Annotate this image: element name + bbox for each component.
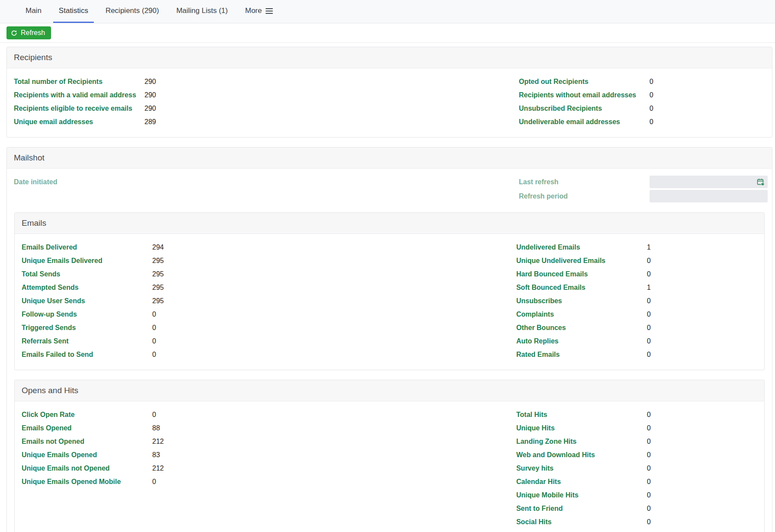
field-label: Undelivered Emails: [516, 244, 647, 251]
stat-row: Soft Bounced Emails 1: [516, 281, 760, 294]
field-value: 212: [152, 438, 164, 445]
field-label: Referrals Sent: [22, 337, 152, 345]
field-label: Unique User Sends: [22, 297, 152, 305]
refresh-button[interactable]: Refresh: [6, 26, 51, 39]
hamburger-menu-icon: [266, 8, 273, 14]
stat-row: Emails Failed to Send 0: [22, 348, 516, 361]
field-label: Recipients with a valid email address: [14, 91, 144, 99]
refresh-icon: [11, 30, 17, 36]
stat-row: Total number of Recipients 290: [14, 75, 519, 88]
field-label: Unique Emails Opened Mobile: [22, 478, 152, 486]
field-value: 295: [152, 284, 164, 292]
tab-bar: Main Statistics Recipients (290) Mailing…: [0, 0, 775, 23]
stat-row: Sent to Friend 0: [516, 502, 760, 515]
stat-row: Undelivered Emails 1: [516, 240, 760, 254]
field-label: Unique Mobile Hits: [516, 491, 647, 499]
stat-row: Opted out Recipients 0: [519, 75, 768, 88]
field-label: Landing Zone Hits: [516, 438, 647, 445]
mailshot-panel-title: Mailshot: [14, 153, 45, 162]
field-value: 0: [647, 257, 651, 265]
last-refresh-input[interactable]: [650, 176, 768, 188]
stat-row: Complaints 0: [516, 308, 760, 321]
field-value: 88: [152, 424, 160, 432]
tab-mailing-lists[interactable]: Mailing Lists (1): [171, 0, 234, 23]
field-value: 0: [650, 91, 653, 99]
refresh-period-label: Refresh period: [519, 192, 650, 200]
field-label: Recipients eligible to receive emails: [14, 105, 144, 112]
field-value: 0: [647, 518, 651, 526]
tab-more[interactable]: More: [240, 0, 279, 23]
opens-and-hits-panel-title: Opens and Hits: [22, 386, 78, 395]
field-value: 0: [647, 451, 651, 459]
date-initiated-label: Date initiated: [14, 178, 144, 186]
stat-row: Total Hits 0: [516, 408, 760, 421]
stat-row: Landing Zone Hits 0: [516, 435, 760, 448]
field-label: Unique Emails not Opened: [22, 465, 152, 472]
field-value: 0: [647, 297, 651, 305]
opens-and-hits-panel-body: Click Open Rate 0 Emails Opened 88 Email…: [15, 401, 764, 532]
stat-row: Follow-up Sends 0: [22, 308, 516, 321]
stat-row: Survey hits 0: [516, 461, 760, 475]
opens-and-hits-panel-header: Opens and Hits: [15, 380, 764, 401]
field-label: Triggered Sends: [22, 324, 152, 332]
emails-panel-body: Emails Delivered 294 Unique Emails Deliv…: [15, 234, 764, 370]
field-label: Attempted Sends: [22, 284, 152, 292]
field-value: 0: [650, 105, 653, 112]
last-refresh-row: Last refresh: [519, 175, 768, 189]
stat-row: Web and Download Hits 0: [516, 448, 760, 461]
field-label: Rated Emails: [516, 351, 647, 359]
field-value: 0: [152, 311, 156, 318]
emails-panel: Emails Emails Delivered 294 Unique Email…: [14, 212, 765, 370]
tab-statistics[interactable]: Statistics: [53, 0, 94, 23]
field-label: Total Hits: [516, 411, 647, 419]
field-label: Emails Opened: [22, 424, 152, 432]
stat-row: Unique Undelivered Emails 0: [516, 254, 760, 267]
refresh-period-input-wrap: [650, 190, 768, 202]
tab-recipients[interactable]: Recipients (290): [100, 0, 165, 23]
last-refresh-input-wrap: [650, 176, 768, 188]
mailshot-panel-header: Mailshot: [7, 147, 772, 169]
tab-more-label: More: [245, 6, 262, 15]
recipients-right-column: Opted out Recipients 0 Recipients withou…: [519, 75, 768, 128]
stat-row: Calendar Hits 0: [516, 475, 760, 488]
refresh-period-input[interactable]: [650, 190, 768, 202]
stat-row: Unique Emails Delivered 295: [22, 254, 516, 267]
recipients-left-column: Total number of Recipients 290 Recipient…: [14, 75, 519, 128]
field-value: 0: [647, 337, 651, 345]
field-label: Total number of Recipients: [14, 78, 144, 86]
stat-row: Recipients eligible to receive emails 29…: [14, 102, 519, 115]
stat-row: Rated Emails 0: [516, 348, 760, 361]
field-value: 0: [647, 324, 651, 332]
field-value: 0: [650, 118, 653, 126]
refresh-button-label: Refresh: [21, 29, 45, 37]
field-value: 294: [152, 244, 164, 251]
field-label: Calendar Hits: [516, 478, 647, 486]
stat-row: Auto Replies 0: [516, 334, 760, 348]
emails-right-column: Undelivered Emails 1 Unique Undelivered …: [516, 240, 760, 361]
stat-row: Referrals Sent 0: [22, 334, 516, 348]
field-value: 295: [152, 297, 164, 305]
stat-row: Emails Delivered 294: [22, 240, 516, 254]
field-value: 0: [647, 351, 651, 359]
field-value: 0: [647, 478, 651, 486]
stat-row: Unique Emails Opened 83: [22, 448, 516, 461]
field-label: Hard Bounced Emails: [516, 270, 647, 278]
field-label: Unique Hits: [516, 424, 647, 432]
field-value: 289: [144, 118, 156, 126]
field-value: 1: [647, 244, 651, 251]
calendar-clock-icon[interactable]: [757, 178, 765, 186]
emails-left-column: Emails Delivered 294 Unique Emails Deliv…: [22, 240, 516, 361]
field-label: Emails Failed to Send: [22, 351, 152, 359]
field-value: 0: [152, 478, 156, 486]
field-value: 290: [144, 91, 156, 99]
field-value: 295: [152, 257, 164, 265]
field-label: Unsubscribes: [516, 297, 647, 305]
field-label: Opted out Recipients: [519, 78, 650, 86]
toolbar: Refresh: [0, 23, 775, 43]
field-value: 0: [647, 424, 651, 432]
field-value: 0: [647, 491, 651, 499]
tab-main[interactable]: Main: [20, 0, 47, 23]
recipients-panel: Recipients Total number of Recipients 29…: [6, 47, 772, 138]
mailshot-panel: Mailshot Date initiated Last refresh: [6, 147, 772, 532]
stat-row: Recipients with a valid email address 29…: [14, 88, 519, 102]
